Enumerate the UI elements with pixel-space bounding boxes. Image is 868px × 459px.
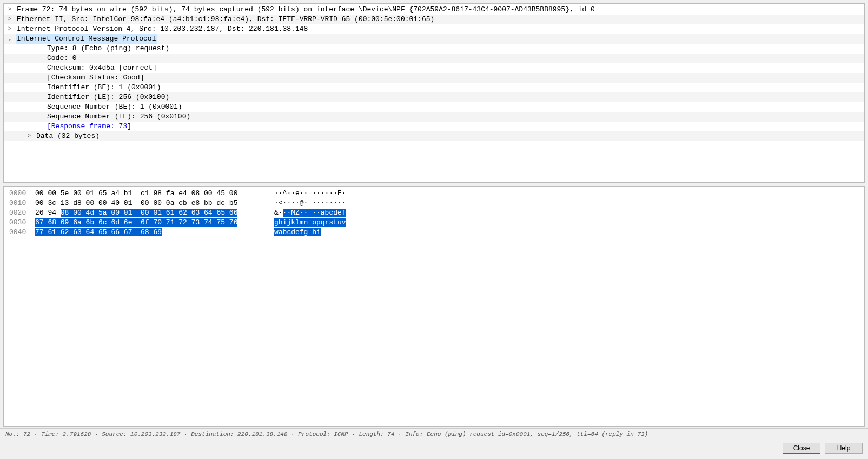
hex-offset: 0020: [4, 208, 35, 218]
tree-link[interactable]: [Response frame: 73]: [46, 122, 132, 131]
hex-row[interactable]: 004077 61 62 63 64 65 66 67 68 69wabcdef…: [4, 228, 864, 237]
tree-label: Sequence Number (LE): 256 (0x0100): [46, 112, 191, 122]
hex-row[interactable]: 000000 00 5e 00 01 65 a4 b1 c1 98 fa e4 …: [4, 189, 864, 198]
tree-label: Code: 0: [46, 54, 78, 63]
hex-row[interactable]: 003067 68 69 6a 6b 6c 6d 6e 6f 70 71 72 …: [4, 218, 864, 228]
tree-label: Identifier (BE): 1 (0x0001): [46, 83, 162, 92]
close-button[interactable]: Close: [783, 443, 820, 454]
chevron-right-icon[interactable]: >: [6, 15, 14, 24]
hex-ascii[interactable]: ghijklmn opqrstuv: [268, 218, 346, 228]
hex-ascii[interactable]: &···MZ·· ··abcdef: [268, 208, 346, 218]
packet-details-tree[interactable]: >Frame 72: 74 bytes on wire (592 bits), …: [3, 3, 865, 183]
hex-bytes[interactable]: 00 3c 13 d8 00 00 40 01 00 00 0a cb e8 b…: [35, 198, 268, 208]
hex-offset: 0040: [4, 228, 35, 237]
hex-offset: 0000: [4, 189, 35, 198]
button-bar: Close Help: [0, 440, 868, 459]
tree-row-selected[interactable]: ⌄Internet Control Message Protocol: [4, 34, 864, 44]
hex-offset: 0010: [4, 198, 35, 208]
chevron-right-icon[interactable]: >: [6, 5, 14, 15]
hex-row[interactable]: 001000 3c 13 d8 00 00 40 01 00 00 0a cb …: [4, 198, 864, 208]
tree-label: Internet Protocol Version 4, Src: 10.203…: [16, 24, 309, 34]
tree-row[interactable]: >Frame 72: 74 bytes on wire (592 bits), …: [4, 5, 864, 15]
hex-offset: 0030: [4, 218, 35, 228]
tree-row[interactable]: Sequence Number (LE): 256 (0x0100): [4, 112, 864, 122]
tree-row[interactable]: Checksum: 0x4d5a [correct]: [4, 63, 864, 73]
hex-row[interactable]: 002026 94 08 00 4d 5a 00 01 00 01 61 62 …: [4, 208, 864, 218]
tree-label: Ethernet II, Src: IntelCor_98:fa:e4 (a4:…: [16, 15, 435, 24]
packet-bytes-hex[interactable]: 000000 00 5e 00 01 65 a4 b1 c1 98 fa e4 …: [3, 186, 865, 427]
tree-row[interactable]: Code: 0: [4, 54, 864, 63]
tree-label: Sequence Number (BE): 1 (0x0001): [46, 102, 183, 112]
status-bar: No.: 72 · Time: 2.791628 · Source: 10.20…: [0, 428, 868, 440]
tree-row[interactable]: Type: 8 (Echo (ping) request): [4, 44, 864, 54]
tree-label: [Checksum Status: Good]: [46, 73, 145, 83]
tree-label: Identifier (LE): 256 (0x0100): [46, 92, 170, 102]
hex-bytes[interactable]: 00 00 5e 00 01 65 a4 b1 c1 98 fa e4 08 0…: [35, 189, 268, 198]
tree-row[interactable]: Identifier (LE): 256 (0x0100): [4, 92, 864, 102]
tree-label: Internet Control Message Protocol: [16, 34, 157, 44]
tree-label: Checksum: 0x4d5a [correct]: [46, 63, 158, 73]
tree-label: Frame 72: 74 bytes on wire (592 bits), 7…: [16, 5, 596, 15]
hex-bytes[interactable]: 77 61 62 63 64 65 66 67 68 69: [35, 228, 268, 237]
tree-row[interactable]: >Internet Protocol Version 4, Src: 10.20…: [4, 24, 864, 34]
tree-row[interactable]: [Response frame: 73]: [4, 122, 864, 131]
tree-label: Data (32 bytes): [35, 131, 101, 141]
tree-label: Type: 8 (Echo (ping) request): [46, 44, 170, 54]
hex-bytes[interactable]: 26 94 08 00 4d 5a 00 01 00 01 61 62 63 6…: [35, 208, 268, 218]
tree-row[interactable]: [Checksum Status: Good]: [4, 73, 864, 83]
hex-ascii[interactable]: ·<····@· ········: [268, 198, 346, 208]
tree-row[interactable]: Sequence Number (BE): 1 (0x0001): [4, 102, 864, 112]
tree-row[interactable]: >Ethernet II, Src: IntelCor_98:fa:e4 (a4…: [4, 15, 864, 24]
chevron-right-icon[interactable]: >: [25, 131, 33, 141]
tree-row[interactable]: >Data (32 bytes): [4, 131, 864, 141]
help-button[interactable]: Help: [825, 443, 863, 454]
hex-ascii[interactable]: ··^··e·· ······E·: [268, 189, 346, 198]
chevron-right-icon[interactable]: >: [6, 24, 14, 34]
tree-row[interactable]: Identifier (BE): 1 (0x0001): [4, 83, 864, 92]
hex-bytes[interactable]: 67 68 69 6a 6b 6c 6d 6e 6f 70 71 72 73 7…: [35, 218, 268, 228]
chevron-down-icon[interactable]: ⌄: [6, 34, 14, 44]
hex-ascii[interactable]: wabcdefg hi: [268, 228, 321, 237]
